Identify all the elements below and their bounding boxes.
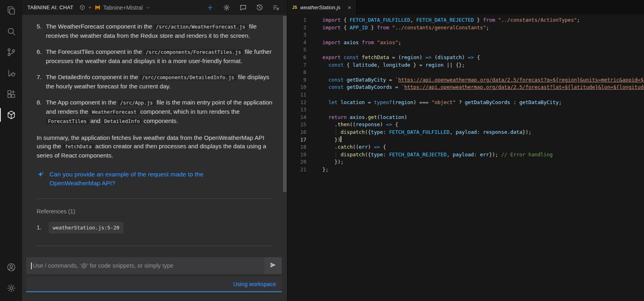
followup-suggestion[interactable]: Can you provide an example of the reques…: [37, 170, 272, 188]
code-text: .catch((err) => {: [306, 143, 644, 151]
code-line: 20 });: [287, 158, 644, 166]
activity-bar-top: [0, 0, 22, 125]
search-icon[interactable]: [0, 21, 22, 42]
close-icon[interactable]: ×: [348, 4, 351, 11]
reference-chip[interactable]: weatherStation.js:5-20: [49, 222, 124, 233]
references-list: 1.weatherStation.js:5-20: [37, 222, 272, 233]
code-text: }): [306, 136, 644, 144]
workspace-row: Using workspace: [26, 277, 282, 292]
code-text: import { FETCH_DATA_FULFILLED, FETCH_DAT…: [306, 16, 644, 24]
code-line: 5: [287, 46, 644, 54]
mistral-logo-icon: [95, 4, 101, 10]
inline-code: /src/App.js: [118, 100, 155, 106]
code-text: return axios.get(location): [306, 114, 644, 121]
references-title: References (1): [37, 207, 272, 216]
tabnine-chat-panel: TABNINE AI: CHAT Tabnine+Mistral 5.The W…: [22, 0, 287, 301]
settings-icon[interactable]: [0, 278, 22, 299]
line-number: 17: [287, 136, 306, 144]
line-number: 3: [287, 31, 306, 39]
line-number: 2: [287, 24, 306, 32]
code-line: 2import { APP_ID } from "../constants/ge…: [287, 24, 644, 32]
inline-code: ForecastTiles: [46, 119, 89, 124]
code-text: │ dispatch({type: FETCH_DATA_FULFILLED, …: [306, 129, 644, 136]
chat-messages: 5.The WeatherForecast component in the /…: [22, 15, 287, 257]
new-chat-icon[interactable]: [206, 4, 214, 11]
list-number: 5.: [37, 22, 46, 40]
js-file-icon: JS: [292, 5, 297, 10]
code-line: 17 }): [287, 136, 644, 144]
code-line: 14 return axios.get(location): [287, 114, 644, 121]
divider: [37, 199, 272, 199]
code-line: 13: [287, 106, 644, 114]
code-text: │ dispatch({type: FETCH_DATA_REJECTED, p…: [306, 151, 644, 159]
editor-cursor: [341, 136, 341, 142]
run-debug-icon[interactable]: [0, 63, 22, 84]
code-text: import { APP_ID } from "../constants/gen…: [306, 24, 644, 32]
code-text: const getDataByCity = `https://api.openw…: [306, 76, 644, 84]
history-icon[interactable]: [256, 4, 263, 11]
files-icon[interactable]: [0, 0, 22, 21]
code-text: .then((response) => {: [306, 121, 644, 129]
send-button[interactable]: [264, 257, 282, 274]
code-text: };: [306, 166, 644, 174]
inline-code: /src/components/ForecastTiles.js: [144, 49, 243, 55]
code-text: [306, 31, 644, 39]
clear-icon[interactable]: [272, 4, 280, 11]
line-number: 12: [287, 99, 306, 106]
inline-code: /src/action/WeatherForecast.js: [154, 24, 247, 30]
line-number: 20: [287, 158, 306, 166]
plus-icon: [88, 5, 92, 10]
list-number: 8.: [37, 98, 46, 126]
code-text: let location = typeof(region) === "objec…: [306, 99, 644, 106]
list-item-text: The WeatherForecast component in the /sr…: [46, 22, 272, 40]
code-editor[interactable]: 1import { FETCH_DATA_FULFILLED, FETCH_DA…: [287, 14, 644, 301]
comment-icon[interactable]: [239, 4, 247, 11]
line-number: 19: [287, 151, 306, 159]
model-label: Tabnine+Mistral: [103, 4, 142, 11]
tab-weatherstation-js[interactable]: JS weatherStation.js ×: [287, 0, 357, 14]
chat-header-actions: [197, 4, 287, 11]
code-line: 3: [287, 31, 644, 39]
sparkle-icon: [37, 171, 44, 178]
line-number: 1: [287, 16, 306, 24]
using-workspace-link[interactable]: Using workspace: [233, 281, 276, 287]
settings-icon[interactable]: [223, 4, 230, 11]
line-number: 14: [287, 114, 306, 121]
code-line: 10 const getDataByCoords = `https://api.…: [287, 84, 644, 91]
chat-panel-header: TABNINE AI: CHAT Tabnine+Mistral: [22, 0, 287, 15]
chevron-down-icon: [145, 5, 151, 10]
code-text: import axios from "axios";: [306, 39, 644, 47]
code-text: export const fetchData = (region) => (di…: [306, 54, 644, 61]
code-line: 6export const fetchData = (region) => (d…: [287, 54, 644, 61]
reference-number: 1.: [37, 223, 49, 232]
code-line: 8: [287, 69, 644, 76]
list-item-text: The App component in the /src/App.js fil…: [46, 98, 272, 126]
code-text: [306, 106, 644, 114]
line-number: 11: [287, 91, 306, 99]
list-number: 6.: [37, 47, 46, 65]
extensions-icon[interactable]: [0, 84, 22, 104]
chat-scrollbar[interactable]: [283, 16, 287, 192]
inline-code: WeatherForecast: [90, 109, 138, 115]
chat-input-row: [26, 257, 282, 274]
reference-item: 1.weatherStation.js:5-20: [37, 222, 272, 233]
account-icon[interactable]: [0, 257, 22, 278]
code-text: const { latitude, longitude } = region |…: [306, 61, 644, 69]
source-control-icon[interactable]: [0, 42, 22, 63]
inline-code: /src/components/DetailedInfo.js: [140, 75, 236, 80]
chat-input[interactable]: [32, 262, 263, 269]
model-selector[interactable]: Tabnine+Mistral: [79, 4, 151, 11]
summary-paragraph: In summary, the application fetches live…: [37, 133, 272, 160]
code-line: 16 │ dispatch({type: FETCH_DATA_FULFILLE…: [287, 129, 644, 136]
code-text: [306, 69, 644, 76]
activity-bar: [0, 0, 22, 301]
code-line: 9 const getDataByCity = `https://api.ope…: [287, 76, 644, 84]
line-number: 15: [287, 121, 306, 129]
divider: [37, 246, 272, 246]
line-number: 10: [287, 84, 306, 91]
line-number: 9: [287, 76, 306, 84]
list-item: 8.The App component in the /src/App.js f…: [37, 98, 272, 126]
code-text: [306, 91, 644, 99]
tabnine-icon[interactable]: [0, 104, 22, 125]
code-text: });: [306, 158, 644, 166]
